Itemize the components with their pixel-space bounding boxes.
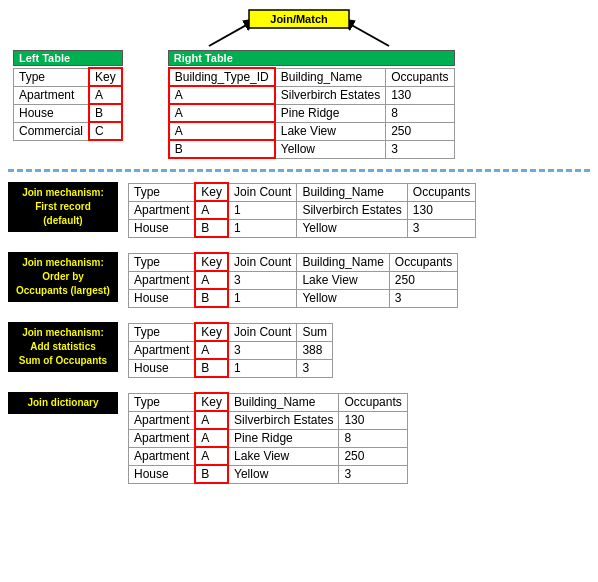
table-row: Apartment A Lake View 250 <box>129 447 408 465</box>
section-3-table: Type Key Join Count Sum Apartment A 3 38… <box>128 322 333 378</box>
table-row: A Silverbirch Estates 130 <box>169 86 454 104</box>
section-divider <box>8 169 590 172</box>
section-2-label: Join mechanism: Order by Occupants (larg… <box>8 252 118 302</box>
section-4-label: Join dictionary <box>8 392 118 414</box>
table-row: A Pine Ridge 8 <box>169 104 454 122</box>
table-row: House B 1 Yellow 3 <box>129 289 458 307</box>
section-2-table: Type Key Join Count Building_Name Occupa… <box>128 252 458 308</box>
right-col-id: Building_Type_ID <box>169 68 275 86</box>
table-row: House B <box>14 104 122 122</box>
svg-text:Join/Match: Join/Match <box>270 13 328 25</box>
table-row: House B 1 3 <box>129 359 333 377</box>
section-2: Join mechanism: Order by Occupants (larg… <box>8 252 590 308</box>
section-1-label: Join mechanism: First record (default) <box>8 182 118 232</box>
section-1: Join mechanism: First record (default) T… <box>8 182 590 238</box>
table-row: B Yellow 3 <box>169 140 454 158</box>
table-row: Apartment A 1 Silverbirch Estates 130 <box>129 201 476 219</box>
left-table-container: Left Table Type Key Apartment A House <box>13 50 123 141</box>
table-row: Apartment A Pine Ridge 8 <box>129 429 408 447</box>
right-table: Building_Type_ID Building_Name Occupants… <box>168 67 455 159</box>
table-row: House B Yellow 3 <box>129 465 408 483</box>
left-table-label: Left Table <box>13 50 123 66</box>
section-4-table: Type Key Building_Name Occupants Apartme… <box>128 392 408 484</box>
table-row: Apartment A <box>14 86 122 104</box>
table-row: Apartment A 3 Lake View 250 <box>129 271 458 289</box>
section-3-label: Join mechanism: Add statistics Sum of Oc… <box>8 322 118 372</box>
top-section: Join/Match Left Table Type Key Apartment <box>8 8 590 159</box>
left-col-key: Key <box>89 68 122 86</box>
table-row: House B 1 Yellow 3 <box>129 219 476 237</box>
table-row: Commercial C <box>14 122 122 140</box>
left-table: Type Key Apartment A House B Commercial <box>13 67 123 141</box>
section-4: Join dictionary Type Key Building_Name O… <box>8 392 590 484</box>
left-col-type: Type <box>14 68 90 86</box>
right-col-name: Building_Name <box>275 68 386 86</box>
table-row: Apartment A Silverbirch Estates 130 <box>129 411 408 429</box>
right-table-label: Right Table <box>168 50 455 66</box>
table-row: A Lake View 250 <box>169 122 454 140</box>
right-table-container: Right Table Building_Type_ID Building_Na… <box>168 50 455 159</box>
section-1-table: Type Key Join Count Building_Name Occupa… <box>128 182 476 238</box>
right-col-occ: Occupants <box>386 68 454 86</box>
table-row: Apartment A 3 388 <box>129 341 333 359</box>
section-3: Join mechanism: Add statistics Sum of Oc… <box>8 322 590 378</box>
